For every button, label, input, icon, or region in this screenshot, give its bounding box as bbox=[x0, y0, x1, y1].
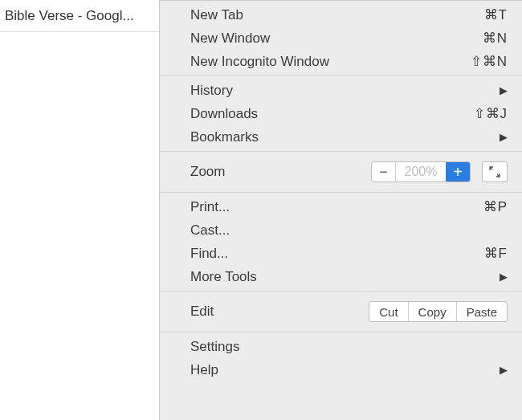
zoom-out-button[interactable]: − bbox=[372, 162, 396, 181]
menu-label: New Window bbox=[190, 31, 270, 47]
menu-item-new-incognito[interactable]: New Incognito Window ⇧⌘N bbox=[160, 50, 522, 73]
tab-strip: Bible Verse - Googl... bbox=[0, 0, 161, 32]
submenu-arrow-icon: ▶ bbox=[493, 364, 508, 376]
menu-item-zoom: Zoom − 200% + bbox=[160, 159, 522, 185]
menu-label: New Tab bbox=[190, 7, 243, 23]
shortcut-text: ⌘T bbox=[459, 6, 508, 23]
menu-label: Bookmarks bbox=[190, 129, 259, 145]
menu-section-zoom: Zoom − 200% + bbox=[160, 152, 522, 193]
menu-label: New Incognito Window bbox=[190, 54, 329, 70]
menu-item-find[interactable]: Find... ⌘F bbox=[160, 242, 522, 265]
menu-item-print[interactable]: Print... ⌘P bbox=[160, 195, 522, 218]
menu-item-history[interactable]: History ▶ bbox=[160, 79, 522, 102]
menu-item-more-tools[interactable]: More Tools ▶ bbox=[160, 265, 522, 288]
menu-label: Find... bbox=[190, 246, 228, 262]
fullscreen-icon bbox=[489, 166, 500, 177]
menu-item-bookmarks[interactable]: Bookmarks ▶ bbox=[160, 125, 522, 149]
submenu-arrow-icon: ▶ bbox=[493, 84, 508, 96]
menu-label: Downloads bbox=[190, 106, 258, 122]
zoom-value: 200% bbox=[396, 165, 446, 179]
menu-item-settings[interactable]: Settings bbox=[160, 335, 522, 358]
submenu-arrow-icon: ▶ bbox=[493, 271, 508, 283]
copy-button[interactable]: Copy bbox=[409, 302, 457, 321]
menu-label: Settings bbox=[190, 339, 239, 355]
menu-item-edit: Edit Cut Copy Paste bbox=[160, 299, 522, 324]
menu-section-tools: Print... ⌘P Cast... Find... ⌘F More Tool… bbox=[160, 193, 522, 292]
edit-button-group: Cut Copy Paste bbox=[369, 301, 508, 322]
shortcut-text: ⌘P bbox=[459, 198, 508, 215]
fullscreen-button[interactable] bbox=[482, 161, 508, 182]
shortcut-text: ⌘F bbox=[459, 245, 508, 262]
paste-button[interactable]: Paste bbox=[457, 302, 507, 321]
chrome-main-menu: New Tab ⌘T New Window ⌘N New Incognito W… bbox=[159, 0, 522, 420]
cut-button[interactable]: Cut bbox=[369, 302, 408, 321]
shortcut-text: ⇧⌘J bbox=[459, 105, 508, 122]
menu-item-downloads[interactable]: Downloads ⇧⌘J bbox=[160, 102, 522, 125]
menu-section-edit: Edit Cut Copy Paste bbox=[160, 292, 522, 332]
menu-item-new-tab[interactable]: New Tab ⌘T bbox=[160, 3, 522, 27]
menu-section-history: History ▶ Downloads ⇧⌘J Bookmarks ▶ bbox=[160, 76, 522, 152]
menu-label: History bbox=[190, 83, 233, 99]
zoom-controls: − 200% + bbox=[371, 161, 508, 182]
menu-label: More Tools bbox=[190, 269, 257, 285]
zoom-in-button[interactable]: + bbox=[446, 162, 470, 181]
menu-item-cast[interactable]: Cast... bbox=[160, 218, 522, 242]
zoom-stepper: − 200% + bbox=[371, 161, 471, 182]
browser-tab[interactable]: Bible Verse - Googl... bbox=[5, 8, 134, 24]
menu-item-help[interactable]: Help ▶ bbox=[160, 358, 522, 381]
menu-label: Edit bbox=[190, 304, 214, 320]
menu-item-new-window[interactable]: New Window ⌘N bbox=[160, 27, 522, 50]
menu-section-settings: Settings Help ▶ bbox=[160, 332, 522, 384]
shortcut-text: ⇧⌘N bbox=[459, 53, 508, 70]
menu-label: Zoom bbox=[190, 164, 225, 180]
shortcut-text: ⌘N bbox=[459, 30, 508, 47]
menu-label: Cast... bbox=[190, 222, 230, 239]
menu-label: Print... bbox=[190, 199, 230, 215]
submenu-arrow-icon: ▶ bbox=[493, 131, 508, 143]
menu-section-windows: New Tab ⌘T New Window ⌘N New Incognito W… bbox=[160, 1, 522, 76]
menu-label: Help bbox=[190, 362, 218, 378]
